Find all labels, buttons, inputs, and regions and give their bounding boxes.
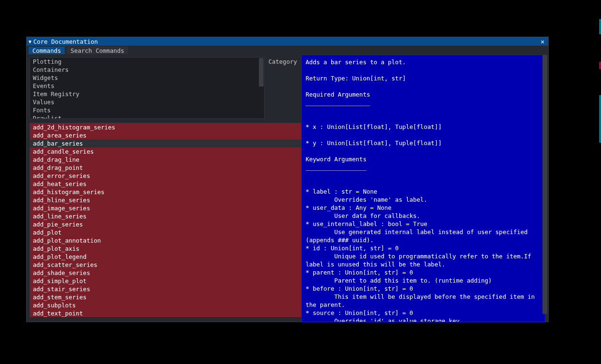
tab-search-commands[interactable]: Search Commands [67,47,128,54]
category-item[interactable]: Events [30,82,264,90]
category-label: Category [268,57,297,119]
window-title: Core Documentation [33,38,539,45]
doc-panel[interactable]: Adds a bar series to a plot. Return Type… [301,55,545,322]
category-item[interactable]: Fonts [30,106,264,114]
tab-commands[interactable]: Commands [29,47,65,54]
category-item[interactable]: Containers [30,66,264,74]
documentation-window: ▼ Core Documentation ✕ Commands Search C… [26,37,549,322]
doc-scrollbar[interactable] [542,55,547,314]
category-item[interactable]: Values [30,98,264,106]
tab-bar: Commands Search Commands [27,46,548,54]
category-listbox[interactable]: PlottingContainersWidgetsEventsItem Regi… [30,57,265,119]
category-scrollbar[interactable] [259,58,264,87]
category-item[interactable]: Widgets [30,74,264,82]
titlebar[interactable]: ▼ Core Documentation ✕ [27,37,548,46]
side-accent-bar [599,0,601,364]
collapse-arrow-icon[interactable]: ▼ [29,39,31,44]
category-item[interactable]: Item Registry [30,90,264,98]
close-icon[interactable]: ✕ [539,38,546,45]
category-item-partial[interactable]: Drawlist [30,114,264,118]
category-item[interactable]: Plotting [30,58,264,66]
